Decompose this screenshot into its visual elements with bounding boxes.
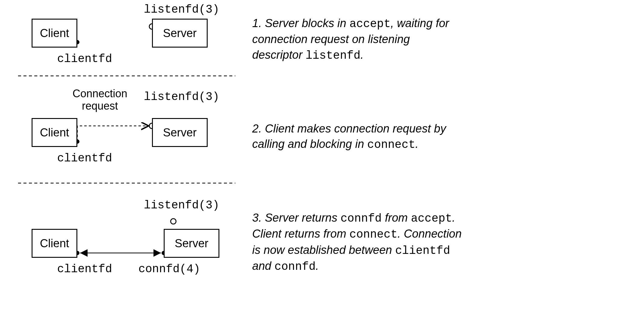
clientfd-label-3: clientfd: [57, 263, 112, 276]
caption-1: 1. Server blocks in accept, waiting for …: [252, 16, 463, 63]
listenfd-label-2: listenfd(3): [144, 90, 219, 103]
caption-2: 2. Client makes connection request by ca…: [252, 121, 463, 153]
diagram-root: Client Server clientfd listenfd(3) 1. Se…: [0, 0, 644, 315]
client-box-1: Client: [32, 19, 77, 48]
listenfd-port-3: [171, 219, 176, 224]
clientfd-label-1: clientfd: [57, 52, 112, 65]
server-box-2: Server: [152, 118, 208, 147]
server-box-3: Server: [164, 229, 219, 258]
client-box-3: Client: [32, 229, 77, 258]
server-label: Server: [163, 126, 197, 139]
client-label: Client: [40, 126, 69, 139]
client-label: Client: [40, 237, 69, 250]
connection-request-arrow: [77, 126, 149, 142]
server-label: Server: [175, 237, 209, 250]
client-label: Client: [40, 27, 69, 40]
listenfd-label-3: listenfd(3): [144, 199, 219, 212]
server-label: Server: [163, 27, 197, 40]
server-box-1: Server: [152, 19, 208, 48]
clientfd-label-2: clientfd: [57, 152, 112, 165]
listenfd-label-1: listenfd(3): [144, 3, 219, 16]
connection-request-label: Connection request: [70, 87, 130, 112]
client-box-2: Client: [32, 118, 77, 147]
connfd-label-3: connfd(4): [138, 263, 200, 276]
caption-3: 3. Server returns connfd from accept. Cl…: [252, 210, 463, 274]
